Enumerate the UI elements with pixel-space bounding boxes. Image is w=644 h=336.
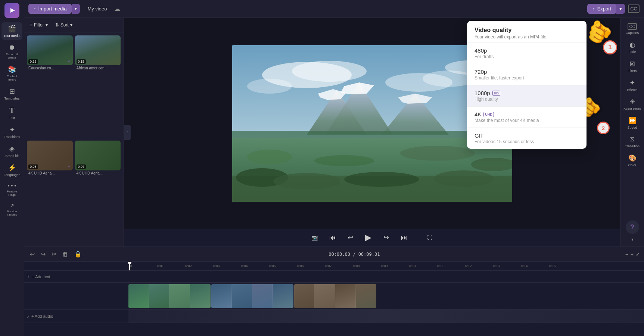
right-panel-filters[interactable]: ⊠ Filters [622, 57, 643, 75]
play-button[interactable]: ▶ [363, 232, 374, 244]
export-group: ↑ Export ▾ [587, 4, 625, 14]
skip-forward-button[interactable]: ⏭ [398, 232, 410, 244]
speed-icon: ⏩ [628, 116, 637, 125]
brand-icon: ◈ [9, 145, 15, 153]
sidebar-item-your-media[interactable]: 🎬 Your media [1, 22, 22, 40]
media-label: 4K UHD Aeria... [27, 170, 73, 178]
ruler-mark: 0:06 [297, 264, 304, 268]
media-panel: ≡ Filter ▾ ⇅ Sort ▾ 0:15 ✓ [24, 18, 124, 246]
quality-option-1080p[interactable]: 1080p HD High quality [467, 85, 587, 106]
sidebar-item-content-library[interactable]: 📚 Content library [1, 63, 22, 84]
svg-point-25 [434, 170, 494, 187]
color-icon: 🎨 [628, 154, 637, 162]
right-panel-color[interactable]: 🎨 Color [622, 152, 643, 169]
sidebar-item-feature-flags[interactable]: • • • Feature Flags [1, 180, 22, 199]
media-grid: 0:15 ✓ Caucasian co... 0:15 African amer… [24, 32, 124, 246]
help-button[interactable]: ? [626, 220, 639, 234]
list-item[interactable]: 0:08 ✓ 4K UHD Aeria... [27, 141, 73, 244]
list-item[interactable]: 0:15 African american... [75, 35, 121, 138]
export-icon: ↑ [592, 6, 595, 12]
quality-option-gif[interactable]: GIF For videos 15 seconds or less [467, 128, 587, 149]
chevron-down-icon[interactable]: ▾ [630, 235, 635, 244]
ruler-mark: 0:09 [381, 264, 388, 268]
fade-icon: ◐ [629, 41, 635, 49]
fit-zoom-button[interactable]: ⤢ [636, 252, 640, 257]
top-bar-right: ↑ Export ▾ CC [587, 4, 640, 14]
ruler-mark: 0:08 [353, 264, 360, 268]
filter-button[interactable]: ≡ Filter ▾ [28, 21, 50, 29]
sidebar-item-languages[interactable]: ⚡ Languages [1, 161, 22, 179]
fullscreen-button[interactable]: ⛶ [424, 232, 436, 244]
right-panel-transition[interactable]: ⧖ Transition [622, 133, 643, 150]
transition-icon: ⧖ [630, 135, 635, 143]
video-clip-2[interactable] [211, 284, 293, 308]
media-label: Caucasian co... [27, 65, 73, 72]
zoom-in-button[interactable]: + [631, 251, 634, 257]
text-track-label: T + Add text [24, 274, 128, 279]
sort-chevron: ▾ [70, 22, 72, 28]
cut-button[interactable]: ✂ [50, 249, 58, 259]
sidebar-item-record[interactable]: ⏺ Record & create [1, 41, 22, 62]
redo-button[interactable]: ↪ [39, 249, 47, 259]
list-item[interactable]: 0:15 ✓ Caucasian co... [27, 35, 73, 138]
lock-button[interactable]: 🔒 [73, 249, 83, 259]
right-panel-captions[interactable]: CC Captions [622, 21, 643, 37]
zoom-out-button[interactable]: − [625, 251, 628, 257]
add-text-button[interactable]: + Add text [32, 274, 50, 279]
rewind-button[interactable]: ↩ [345, 232, 357, 244]
right-panel-fade[interactable]: ◐ Fade [622, 38, 643, 56]
right-panel-adjust-colors[interactable]: ☀ Adjust colors [622, 95, 643, 113]
svg-point-23 [273, 173, 340, 189]
delete-button[interactable]: 🗑 [61, 249, 70, 259]
undo-button[interactable]: ↩ [28, 249, 36, 259]
video-clip-3[interactable] [294, 284, 376, 308]
cloud-icon[interactable]: ☁ [114, 5, 120, 12]
sidebar-item-version[interactable]: ↗ Version 73c5f8c [1, 200, 22, 219]
export-button[interactable]: ↑ Export [587, 4, 616, 14]
captions-button[interactable]: CC [628, 4, 640, 13]
list-item[interactable]: 0:07 4K UHD Aeria... [75, 141, 121, 244]
sidebar-item-templates[interactable]: ⊞ Templates [1, 85, 22, 103]
timeline-tools: ↩ ↪ ✂ 🗑 🔒 [28, 249, 83, 259]
right-panel-speed[interactable]: ⏩ Speed [622, 114, 643, 132]
screenshot-button[interactable]: 📷 [309, 232, 321, 244]
svg-point-17 [247, 150, 292, 164]
effects-icon: ✦ [629, 79, 635, 87]
languages-icon: ⚡ [8, 164, 16, 172]
quality-option-720p[interactable]: 720p Smaller file, faster export [467, 64, 587, 85]
sort-icon: ⇅ [55, 22, 59, 28]
import-media-button[interactable]: ↑ Import media [28, 4, 72, 14]
ruler-mark: 0:15 [549, 264, 556, 268]
export-dropdown[interactable]: ▾ [616, 4, 625, 14]
video-quality-popup: Video quality Your video will export as … [467, 21, 587, 149]
quality-option-480p[interactable]: 480p For drafts [467, 43, 587, 64]
sidebar-item-text[interactable]: T Text [1, 104, 22, 122]
ruler-mark: 0:02 [185, 264, 192, 268]
adjust-colors-icon: ☀ [629, 98, 635, 106]
filter-icon: ≡ [30, 22, 32, 28]
audio-track-content [128, 310, 644, 323]
my-video-tab[interactable]: My video [84, 4, 110, 13]
version-icon: ↗ [10, 202, 14, 208]
collapse-panel-button[interactable]: ‹ [124, 125, 131, 140]
sidebar-item-transitions[interactable]: ✦ Transitions [1, 123, 22, 141]
transitions-icon: ✦ [9, 126, 15, 134]
sidebar-item-brand-kit[interactable]: ◈ Brand kit [1, 142, 22, 160]
audio-track-row: ♪ + Add audio [24, 310, 644, 323]
app-logo [4, 3, 19, 18]
record-icon: ⏺ [9, 44, 15, 51]
ruler-mark: 0:12 [465, 264, 472, 268]
media-toolbar: ≡ Filter ▾ ⇅ Sort ▾ [24, 18, 124, 32]
video-clip-1[interactable] [128, 284, 211, 308]
ruler-mark: 0:10 [409, 264, 416, 268]
forward-button[interactable]: ↪ [380, 232, 392, 244]
text-icon: T [9, 106, 14, 115]
right-panel-effects[interactable]: ✦ Effects [622, 76, 643, 94]
sort-button[interactable]: ⇅ Sort ▾ [53, 21, 75, 29]
quality-option-4k[interactable]: 4K UHD Make the most of your 4K media [467, 107, 587, 128]
import-media-dropdown[interactable]: ▾ [72, 4, 80, 14]
add-audio-button[interactable]: + Add audio [31, 314, 53, 318]
skip-back-button[interactable]: ⏮ [327, 232, 339, 244]
flags-icon: • • • [8, 183, 16, 189]
media-duration: 0:08 [28, 164, 38, 169]
